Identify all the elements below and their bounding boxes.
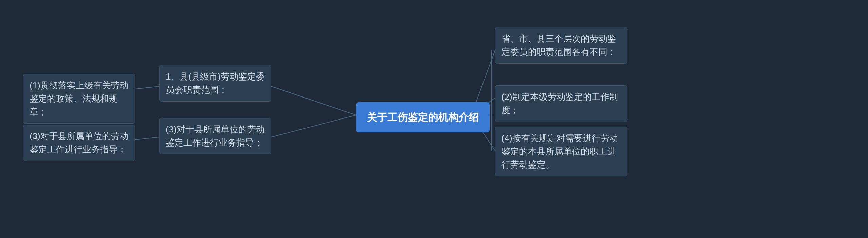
- svg-line-0: [135, 86, 159, 89]
- svg-line-2: [271, 86, 356, 115]
- left-node-2: (3)对于县所属单位的劳动鉴定工作进行业务指导；: [23, 125, 135, 161]
- center-node: 关于工伤鉴定的机构介绍: [356, 102, 490, 132]
- mid-node-1: 1、县(县级市)劳动鉴定委员会职责范围：: [159, 65, 271, 102]
- right-node-3: (4)按有关规定对需要进行劳动鉴定的本县所属单位的职工进行劳动鉴定。: [495, 127, 627, 176]
- right-node-1: 省、市、县三个层次的劳动鉴定委员的职责范围各有不同：: [495, 27, 627, 64]
- svg-line-1: [135, 137, 159, 140]
- mind-map-container: (1)贯彻落实上级有关劳动鉴定的政策、法规和规章； (3)对于县所属单位的劳动鉴…: [0, 0, 868, 238]
- left-node-1: (1)贯彻落实上级有关劳动鉴定的政策、法规和规章；: [23, 74, 135, 124]
- right-node-2: (2)制定本级劳动鉴定的工作制度；: [495, 85, 627, 122]
- svg-line-3: [271, 115, 356, 137]
- mid-node-2: (3)对于县所属单位的劳动鉴定工作进行业务指导；: [159, 118, 271, 154]
